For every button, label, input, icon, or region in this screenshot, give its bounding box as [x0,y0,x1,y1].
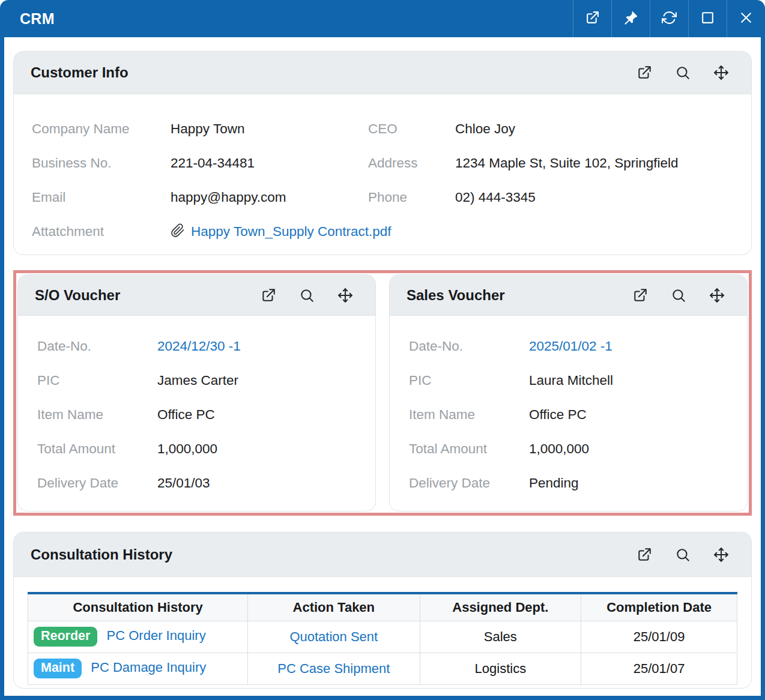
window-controls [573,0,765,37]
pin-button[interactable] [611,0,650,37]
move-icon [713,547,729,563]
address-label: Address [368,155,455,171]
item-name-value: Office PC [529,407,737,423]
so-voucher-actions [261,288,353,303]
delivery-date-label: Delivery Date [37,475,157,491]
search-button[interactable] [299,288,315,303]
table-row: Maint PC Damage Inquiry PC Case Shipment… [28,653,737,684]
consultation-table-wrap: Consultation History Action Taken Assign… [14,577,751,685]
sales-voucher-title: Sales Voucher [407,287,505,304]
so-voucher-header: S/O Voucher [18,275,375,316]
inquiry-link[interactable]: PC Order Inquiry [107,628,206,643]
consultation-cell: Maint PC Damage Inquiry [28,653,248,684]
company-name-value: Happy Town [171,121,368,137]
email-value: happy@happy.com [171,190,368,205]
titlebar: CRM [0,0,765,37]
attachment-label: Attatchment [32,224,171,240]
attachment-link[interactable]: Happy Town_Supply Contract.pdf [191,224,392,240]
date-cell: 25/01/07 [581,653,737,684]
date-no-label: Date-No. [409,339,529,354]
popout-button[interactable] [632,288,648,303]
total-amount-value: 1,000,000 [529,441,737,457]
email-label: Email [32,190,171,205]
search-icon [299,288,315,303]
search-icon [675,547,691,563]
maximize-icon [700,10,715,28]
date-no-link[interactable]: 2025/01/02 -1 [529,339,737,354]
refresh-button[interactable] [650,0,688,37]
date-cell: 25/01/09 [581,621,737,653]
table-header-row: Consultation History Action Taken Assign… [28,593,737,621]
action-link[interactable]: Quotation Sent [289,629,378,644]
move-button[interactable] [713,547,729,563]
crm-window: CRM [0,0,765,700]
consultation-history-panel: Consultation History Consultation Histor… [13,532,752,689]
popout-button[interactable] [636,65,652,80]
sales-voucher-actions [632,288,725,303]
search-button[interactable] [671,288,686,303]
action-cell: PC Case Shipment [248,653,420,684]
move-button[interactable] [709,288,725,303]
consultation-history-actions [636,547,729,563]
delivery-date-value: Pending [529,475,737,491]
move-icon [337,288,353,303]
status-badge-reorder: Reorder [34,627,97,647]
total-amount-label: Total Amount [37,441,157,457]
paperclip-icon [171,223,185,240]
consultation-history-title: Consultation History [31,546,172,563]
pin-icon [623,10,638,28]
item-name-label: Item Name [409,407,529,423]
so-voucher-fields: Date-No. 2024/12/30 -1 PIC James Carter … [18,316,375,500]
close-button[interactable] [727,0,765,37]
popout-button[interactable] [261,288,276,303]
col-action-taken: Action Taken [248,593,420,621]
search-button[interactable] [675,65,691,80]
customer-info-header: Customer Info [14,52,751,94]
search-icon [675,65,691,80]
table-row: Reorder PC Order Inquiry Quotation Sent … [28,621,737,653]
consultation-table: Consultation History Action Taken Assign… [28,592,737,685]
external-link-icon [585,10,600,28]
delivery-date-label: Delivery Date [409,475,529,491]
action-link[interactable]: PC Case Shipment [277,661,390,676]
customer-info-actions [636,65,729,80]
date-no-link[interactable]: 2024/12/30 -1 [157,339,366,354]
business-no-label: Business No. [32,155,171,171]
col-completion-date: Completion Date [581,593,737,621]
address-value: 1234 Maple St, Suite 102, Springfield [455,155,739,171]
consultation-history-header: Consultation History [14,533,751,577]
external-link-icon [261,288,276,303]
open-external-button[interactable] [573,0,611,37]
close-icon [739,10,754,28]
move-button[interactable] [337,288,353,303]
external-link-icon [636,547,652,563]
delivery-date-value: 25/01/03 [157,475,366,491]
vouchers-highlight-region: S/O Voucher Date-No. 2024/12/30 -1 PIC J… [13,270,752,516]
so-voucher-title: S/O Voucher [35,287,120,304]
action-cell: Quotation Sent [248,621,420,653]
move-button[interactable] [713,65,729,80]
total-amount-label: Total Amount [409,441,529,457]
pic-label: PIC [409,373,529,388]
search-icon [671,288,686,303]
dept-cell: Logistics [420,653,581,684]
pic-label: PIC [37,373,157,388]
phone-label: Phone [368,190,455,205]
sales-voucher-fields: Date-No. 2025/01/02 -1 PIC Laura Mitchel… [390,316,747,500]
external-link-icon [632,288,648,303]
search-button[interactable] [675,547,691,563]
ceo-value: Chloe Joy [455,121,739,137]
attachment-cell: Happy Town_Supply Contract.pdf [171,223,739,240]
refresh-icon [662,10,677,28]
app-title: CRM [0,10,55,28]
pic-value: Laura Mitchell [529,373,737,388]
sales-voucher-header: Sales Voucher [390,275,747,316]
maximize-button[interactable] [688,0,727,37]
phone-value: 02) 444-3345 [455,190,739,205]
item-name-value: Office PC [157,407,366,423]
customer-info-fields: Company Name Happy Town CEO Chloe Joy Bu… [14,94,751,249]
inquiry-link[interactable]: PC Damage Inquiry [91,660,206,675]
pic-value: James Carter [157,373,366,388]
customer-info-panel: Customer Info Company Name Happy Town CE… [13,51,752,255]
popout-button[interactable] [636,547,652,563]
